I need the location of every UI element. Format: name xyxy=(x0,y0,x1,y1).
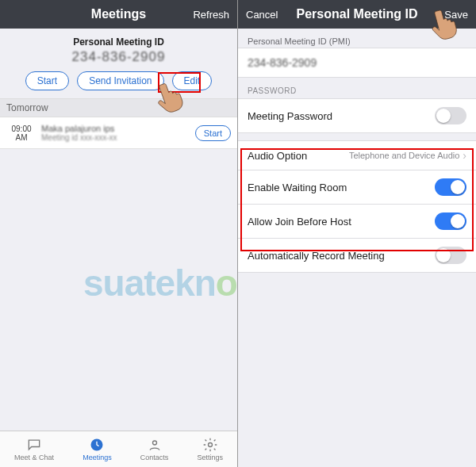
audio-option-row[interactable]: Audio Option Telephone and Device Audio … xyxy=(238,140,476,170)
tab-label-chat: Meet & Chat xyxy=(14,454,54,461)
svg-point-2 xyxy=(208,443,212,447)
join-before-host-row[interactable]: Allow Join Before Host xyxy=(238,204,476,239)
tab-bar: Meet & Chat Meetings Contacts Settings xyxy=(0,431,237,467)
auto-record-row[interactable]: Automatically Record Meeting xyxy=(238,238,476,273)
meeting-time-ampm: AM xyxy=(6,133,36,142)
pmi-field-label: Personal Meeting ID (PMI) xyxy=(238,29,476,48)
meeting-password-row[interactable]: Meeting Password xyxy=(238,98,476,133)
audio-option-value: Telephone and Device Audio › xyxy=(349,149,466,162)
meeting-title: Maka palajuron ips xyxy=(41,124,190,133)
pmi-field-value: 234-836-2909 xyxy=(248,56,317,69)
auto-record-toggle[interactable] xyxy=(435,247,466,264)
audio-option-label: Audio Option xyxy=(248,150,307,162)
send-invitation-button[interactable]: Send Invitation xyxy=(77,71,163,90)
pmi-label: Personal Meeting ID xyxy=(0,36,237,48)
refresh-button[interactable]: Refresh xyxy=(193,9,229,21)
spacer xyxy=(238,132,476,140)
audio-option-text: Telephone and Device Audio xyxy=(349,151,459,160)
pmi-block: Personal Meeting ID 234-836-2909 xyxy=(0,29,237,71)
clock-icon xyxy=(89,437,105,453)
pmi-button-row: Start Send Invitation Edit xyxy=(0,71,237,98)
tab-meet-chat[interactable]: Meet & Chat xyxy=(14,437,54,461)
waiting-room-row[interactable]: Enable Waiting Room xyxy=(238,170,476,205)
edit-button[interactable]: Edit xyxy=(172,71,213,90)
waiting-room-label: Enable Waiting Room xyxy=(248,182,347,193)
meeting-start-button[interactable]: Start xyxy=(195,125,231,141)
contact-icon xyxy=(147,437,163,453)
waiting-room-toggle[interactable] xyxy=(435,178,466,196)
tab-contacts[interactable]: Contacts xyxy=(140,437,169,461)
pmi-value: 234-836-2909 xyxy=(0,49,237,65)
auto-record-label: Automatically Record Meeting xyxy=(248,250,385,262)
svg-point-1 xyxy=(152,441,156,445)
gear-icon xyxy=(202,437,218,453)
join-before-host-label: Allow Join Before Host xyxy=(248,216,351,228)
section-tomorrow: Tomorrow xyxy=(0,98,237,117)
left-header: Meetings Refresh xyxy=(0,0,237,29)
password-section-label: PASSWORD xyxy=(238,77,476,98)
meeting-password-toggle[interactable] xyxy=(435,107,466,124)
join-before-host-toggle[interactable] xyxy=(435,212,466,230)
chevron-right-icon: › xyxy=(463,149,466,162)
meeting-password-label: Meeting Password xyxy=(248,110,332,122)
cancel-button[interactable]: Cancel xyxy=(246,9,278,21)
meeting-info: Maka palajuron ips Meeting id xxx-xxx-xx xyxy=(36,124,195,142)
edit-pmi-screen: Cancel Personal Meeting ID Save Personal… xyxy=(238,0,476,467)
meeting-row[interactable]: 09:00 AM Maka palajuron ips Meeting id x… xyxy=(0,117,237,149)
meetings-screen: Meetings Refresh Personal Meeting ID 234… xyxy=(0,0,238,467)
pmi-field[interactable]: 234-836-2909 xyxy=(238,48,476,78)
tab-settings[interactable]: Settings xyxy=(197,437,223,461)
start-button[interactable]: Start xyxy=(25,71,69,90)
tab-meetings[interactable]: Meetings xyxy=(83,437,112,461)
chat-icon xyxy=(26,437,42,453)
meeting-time: 09:00 AM xyxy=(6,124,36,142)
meeting-time-value: 09:00 xyxy=(11,124,31,133)
meeting-subtitle: Meeting id xxx-xxx-xx xyxy=(41,133,190,142)
save-button[interactable]: Save xyxy=(444,9,468,21)
tab-label-contacts: Contacts xyxy=(140,454,169,461)
tab-label-meetings: Meetings xyxy=(83,454,112,461)
tab-label-settings: Settings xyxy=(197,454,223,461)
right-header: Cancel Personal Meeting ID Save xyxy=(238,0,476,29)
